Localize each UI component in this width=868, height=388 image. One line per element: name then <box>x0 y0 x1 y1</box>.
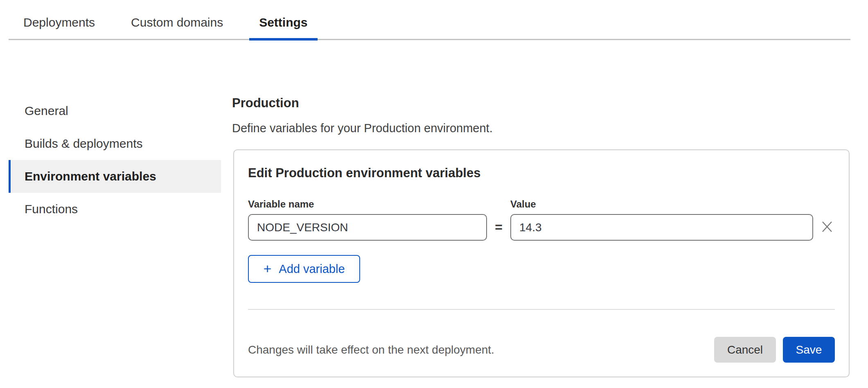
tab-deployments[interactable]: Deployments <box>14 6 105 39</box>
close-icon <box>821 221 833 234</box>
footer-note: Changes will take effect on the next dep… <box>248 343 494 356</box>
remove-variable-button[interactable] <box>820 221 834 235</box>
card-title: Edit Production environment variables <box>248 166 835 180</box>
tab-bar: Deployments Custom domains Settings <box>9 6 850 40</box>
add-variable-button[interactable]: + Add variable <box>248 255 360 283</box>
card-footer: Changes will take effect on the next dep… <box>248 337 835 363</box>
plus-icon: + <box>263 262 271 275</box>
variable-name-input[interactable] <box>248 214 487 241</box>
add-variable-label: Add variable <box>279 262 345 276</box>
sidebar-item-builds-deployments[interactable]: Builds & deployments <box>9 127 221 160</box>
environment-variables-card: Edit Production environment variables Va… <box>233 149 850 377</box>
variable-value-input[interactable] <box>510 214 813 241</box>
variable-name-label: Variable name <box>248 199 487 210</box>
tab-custom-domains[interactable]: Custom domains <box>121 6 233 39</box>
equals-sign: = <box>487 220 510 235</box>
save-button[interactable]: Save <box>783 337 835 363</box>
sidebar-item-general[interactable]: General <box>9 95 221 127</box>
page-title: Production <box>232 96 299 111</box>
variable-row: Variable name Value = <box>248 199 835 241</box>
settings-sidebar: General Builds & deployments Environment… <box>9 95 221 226</box>
value-label: Value <box>510 199 813 210</box>
cancel-button[interactable]: Cancel <box>714 337 776 363</box>
tab-settings[interactable]: Settings <box>249 6 317 39</box>
section-description: Define variables for your Production env… <box>232 122 493 135</box>
sidebar-item-environment-variables[interactable]: Environment variables <box>9 160 221 193</box>
card-divider <box>248 309 835 310</box>
sidebar-item-functions[interactable]: Functions <box>9 193 221 226</box>
